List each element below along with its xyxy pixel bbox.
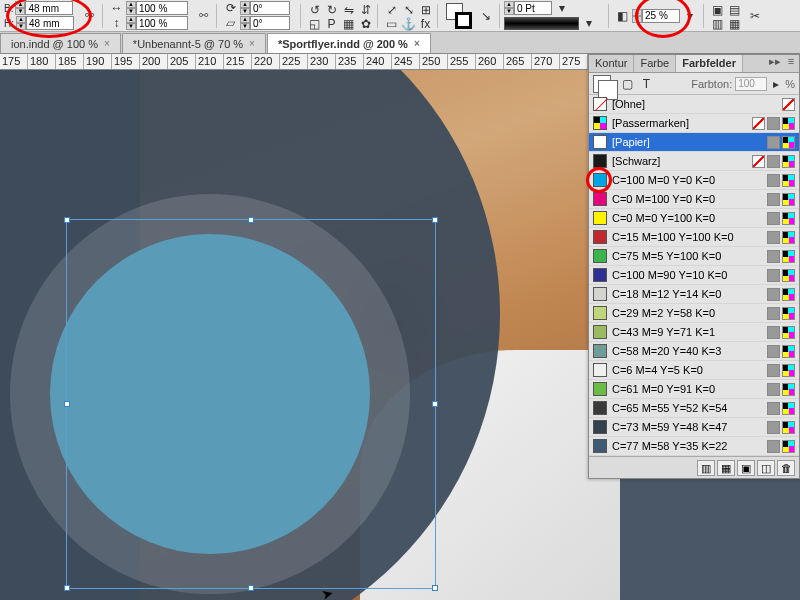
- swatch-row[interactable]: C=58 M=20 Y=40 K=3: [589, 342, 799, 361]
- panel-collapse-icon[interactable]: ▸▸: [767, 55, 783, 72]
- swatch-label: C=18 M=12 Y=14 K=0: [612, 288, 767, 300]
- close-tab-icon[interactable]: ×: [414, 38, 420, 49]
- cmyk-icon: [782, 250, 795, 263]
- opacity-spinner[interactable]: ▲▼: [632, 9, 642, 23]
- align-btn-icon[interactable]: ▦: [340, 16, 357, 33]
- select-content-icon[interactable]: P: [323, 16, 340, 33]
- document-tab-label: *Unbenannt-5 @ 70 %: [133, 38, 243, 50]
- swatch-row[interactable]: C=65 M=55 Y=52 K=54: [589, 399, 799, 418]
- strokept-spinner[interactable]: ▲▼: [504, 1, 514, 15]
- swatch-row[interactable]: [Papier]: [589, 133, 799, 152]
- panel-menu-icon[interactable]: ≡: [783, 55, 799, 72]
- close-tab-icon[interactable]: ×: [104, 38, 110, 49]
- stroke-weight-input[interactable]: [514, 1, 552, 15]
- rotate-spinner[interactable]: ▲▼: [240, 1, 250, 15]
- cmyk-icon: [782, 383, 795, 396]
- swatch-row[interactable]: C=75 M=5 Y=100 K=0: [589, 247, 799, 266]
- scalex-spinner[interactable]: ▲▼: [126, 1, 136, 15]
- handle-ml[interactable]: [64, 401, 70, 407]
- swatch-row[interactable]: C=43 M=9 Y=71 K=1: [589, 323, 799, 342]
- swatch-row[interactable]: C=61 M=0 Y=91 K=0: [589, 380, 799, 399]
- tint-dropdown-icon[interactable]: ▸: [771, 75, 781, 92]
- swatch-label: C=100 M=90 Y=10 K=0: [612, 269, 767, 281]
- swatch-row[interactable]: C=77 M=58 Y=35 K=22: [589, 437, 799, 456]
- swatch-row[interactable]: C=100 M=90 Y=10 K=0: [589, 266, 799, 285]
- swatch-row[interactable]: [Ohne]: [589, 95, 799, 114]
- panel-text-icon[interactable]: T: [638, 75, 655, 92]
- swatch-row[interactable]: C=6 M=4 Y=5 K=0: [589, 361, 799, 380]
- show-list-icon[interactable]: ▥: [697, 460, 715, 476]
- stroke-style-dropdown-icon[interactable]: ▾: [580, 15, 597, 32]
- wrap-none-icon[interactable]: ▭: [383, 16, 400, 33]
- ruler-tick: 225: [280, 54, 308, 69]
- ruler-tick: 215: [224, 54, 252, 69]
- swatch-label: C=77 M=58 Y=35 K=22: [612, 440, 767, 452]
- spot-icon: [767, 155, 780, 168]
- swatch-row[interactable]: [Passermarken]: [589, 114, 799, 133]
- tab-farbe[interactable]: Farbe: [634, 55, 676, 72]
- rotate-input[interactable]: [250, 1, 290, 15]
- tint-input[interactable]: [735, 77, 767, 91]
- tab-kontur[interactable]: Kontur: [589, 55, 634, 72]
- handle-bc[interactable]: [248, 585, 254, 591]
- select-container-icon[interactable]: ◱: [306, 16, 323, 33]
- swatch-meta-icons: [767, 307, 795, 320]
- stroke-style-preview[interactable]: [504, 17, 579, 30]
- swatch-row[interactable]: C=18 M=12 Y=14 K=0: [589, 285, 799, 304]
- handle-bl[interactable]: [64, 585, 70, 591]
- anchor-icon[interactable]: ⚓: [400, 16, 417, 33]
- swatch-meta-icons: [767, 364, 795, 377]
- document-tab[interactable]: ion.indd @ 100 %×: [0, 33, 121, 53]
- handle-br[interactable]: [432, 585, 438, 591]
- shear-input[interactable]: [250, 16, 290, 30]
- new-swatch-button[interactable]: ▣: [737, 460, 755, 476]
- swatch-chip: [593, 211, 607, 225]
- handle-tr[interactable]: [432, 217, 438, 223]
- pathfinder-icon[interactable]: ✿: [357, 16, 374, 33]
- stroke-weight-dropdown-icon[interactable]: ▾: [553, 0, 570, 17]
- wrap-4-icon[interactable]: ▦: [726, 16, 743, 33]
- swatch-chip: [593, 420, 607, 434]
- swatch-row[interactable]: [Schwarz]: [589, 152, 799, 171]
- width-spinner[interactable]: ▲▼: [15, 1, 25, 15]
- close-tab-icon[interactable]: ×: [249, 38, 255, 49]
- spot-icon: [767, 193, 780, 206]
- scale-y-input[interactable]: [136, 16, 188, 30]
- swap-fill-stroke-icon[interactable]: ↘: [477, 7, 494, 24]
- fill-stroke-swatch[interactable]: [446, 3, 472, 29]
- swatch-row[interactable]: C=100 M=0 Y=0 K=0: [589, 171, 799, 190]
- link-wh-icon[interactable]: ⚯: [82, 3, 96, 29]
- width-input[interactable]: [25, 1, 73, 15]
- opacity-input[interactable]: [642, 9, 680, 23]
- document-tab[interactable]: *Unbenannt-5 @ 70 %×: [122, 33, 266, 53]
- panel-object-icon[interactable]: ▢: [619, 75, 636, 92]
- crop-icon[interactable]: ✂: [746, 7, 763, 24]
- scaley-spinner[interactable]: ▲▼: [126, 16, 136, 30]
- show-thumb-icon[interactable]: ▦: [717, 460, 735, 476]
- tab-farbfelder[interactable]: Farbfelder: [676, 55, 743, 72]
- handle-mr[interactable]: [432, 401, 438, 407]
- ruler-tick: 260: [476, 54, 504, 69]
- new-swatch-2-button[interactable]: ◫: [757, 460, 775, 476]
- wrap-3-icon[interactable]: ▥: [709, 16, 726, 33]
- opacity-dropdown-icon[interactable]: ▾: [681, 7, 698, 24]
- effects-icon[interactable]: fx: [417, 16, 434, 33]
- height-input[interactable]: [26, 16, 74, 30]
- cmyk-icon: [782, 117, 795, 130]
- selection-frame[interactable]: [66, 219, 436, 589]
- delete-swatch-button[interactable]: 🗑: [777, 460, 795, 476]
- swatch-meta-icons: [752, 155, 795, 168]
- swatch-row[interactable]: C=29 M=2 Y=58 K=0: [589, 304, 799, 323]
- handle-tl[interactable]: [64, 217, 70, 223]
- scale-x-input[interactable]: [136, 1, 188, 15]
- swatch-row[interactable]: C=73 M=59 Y=48 K=47: [589, 418, 799, 437]
- shear-spinner[interactable]: ▲▼: [240, 16, 250, 30]
- swatch-row[interactable]: C=15 M=100 Y=100 K=0: [589, 228, 799, 247]
- panel-fill-stroke-swatch[interactable]: [593, 75, 611, 93]
- swatch-row[interactable]: C=0 M=100 Y=0 K=0: [589, 190, 799, 209]
- handle-tc[interactable]: [248, 217, 254, 223]
- height-spinner[interactable]: ▲▼: [16, 16, 26, 30]
- document-tab[interactable]: *Sportflyer.indd @ 200 %×: [267, 33, 431, 53]
- swatch-row[interactable]: C=0 M=0 Y=100 K=0: [589, 209, 799, 228]
- link-scale-icon[interactable]: ⚯: [196, 3, 210, 29]
